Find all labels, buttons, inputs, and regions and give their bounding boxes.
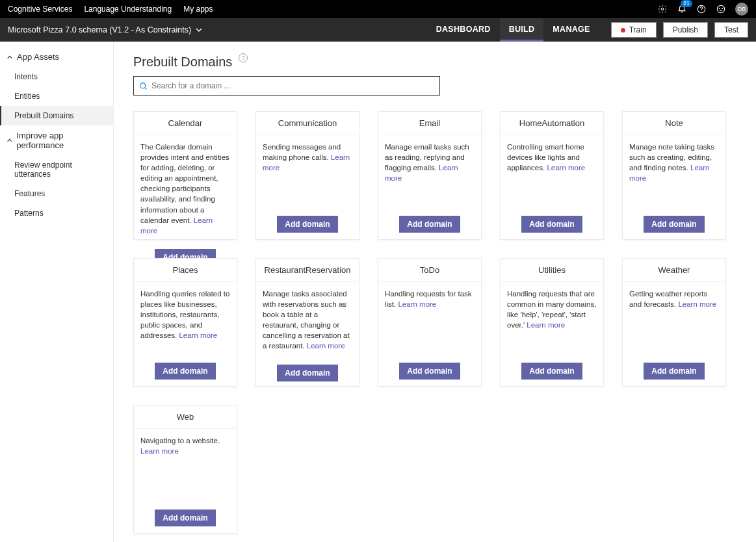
action-buttons: Train Publish Test: [611, 22, 748, 38]
domain-card-description: Handling requests for task list. Learn m…: [378, 282, 481, 356]
domain-card-title: Email: [378, 112, 481, 135]
sidebar-item-review-utterances[interactable]: Review endpoint utterances: [0, 155, 113, 184]
svg-point-0: [661, 8, 664, 10]
breadcrumb-link[interactable]: My apps: [183, 5, 213, 14]
feedback-icon[interactable]: [716, 4, 726, 14]
domain-card: HomeAutomationControlling smart home dev…: [500, 111, 604, 240]
domain-card: NoteManage note taking tasks such as cre…: [622, 111, 726, 240]
add-domain-button[interactable]: Add domain: [399, 363, 460, 380]
domain-card-description: Handling queries related to places like …: [134, 282, 237, 356]
domain-card-description: Manage note taking tasks such as creatin…: [623, 135, 725, 209]
add-domain-button[interactable]: Add domain: [521, 363, 582, 380]
search-input[interactable]: [151, 81, 434, 90]
avatar[interactable]: DB: [735, 3, 748, 16]
domain-grid: CalendarThe Calendar domain provides int…: [133, 111, 736, 534]
help-icon[interactable]: [696, 4, 707, 14]
add-domain-button[interactable]: Add domain: [155, 510, 215, 526]
breadcrumb-link[interactable]: Language Understanding: [84, 5, 172, 14]
svg-point-4: [722, 8, 723, 9]
tab-manage[interactable]: MANAGE: [543, 18, 599, 42]
domain-card-title: ToDo: [378, 259, 481, 282]
domain-card-title: RestaurantReservation: [256, 259, 359, 282]
learn-more-link[interactable]: Learn more: [547, 164, 585, 172]
bell-icon[interactable]: 21: [677, 4, 687, 14]
gear-icon[interactable]: [657, 4, 668, 14]
chevron-up-icon: [7, 137, 12, 144]
learn-more-link[interactable]: Learn more: [398, 300, 436, 308]
domain-card-title: Places: [134, 259, 237, 282]
breadcrumb-link[interactable]: Cognitive Services: [8, 5, 72, 14]
sidebar-header-improve[interactable]: Improve app performance: [0, 125, 113, 155]
domain-card: CommunicationSending messages and making…: [255, 111, 359, 240]
add-domain-button[interactable]: Add domain: [521, 216, 582, 233]
domain-card-title: Calendar: [134, 112, 237, 135]
tab-build[interactable]: BUILD: [500, 18, 544, 42]
domain-card-footer: Add domain: [134, 503, 237, 533]
subbar: Microsoft Pizza 7.0 schema (V1.2 - As Co…: [0, 18, 756, 42]
add-domain-button[interactable]: Add domain: [644, 363, 704, 380]
sidebar-item-entities[interactable]: Entities: [0, 86, 113, 106]
domain-card: WebNavigating to a website. Learn moreAd…: [133, 405, 237, 534]
domain-card-footer: Add domain: [256, 209, 359, 239]
search-icon: [139, 82, 148, 90]
sidebar-item-intents[interactable]: Intents: [0, 67, 113, 86]
status-dot-icon: [621, 28, 625, 32]
domain-card: UtilitiesHandling requests that are comm…: [500, 258, 604, 387]
learn-more-link[interactable]: Learn more: [385, 164, 458, 182]
chevron-up-icon: [7, 54, 13, 60]
page-title: Prebuilt Domains ?: [133, 55, 736, 70]
content: Prebuilt Domains ? CalendarThe Calendar …: [114, 42, 756, 542]
add-domain-button[interactable]: Add domain: [277, 216, 337, 233]
subbar-right: DASHBOARD BUILD MANAGE Train Publish Tes…: [427, 18, 748, 42]
domain-card-description: Navigating to a website. Learn more: [134, 429, 237, 503]
learn-more-link[interactable]: Learn more: [179, 331, 217, 339]
schema-dropdown[interactable]: Microsoft Pizza 7.0 schema (V1.2 - As Co…: [8, 25, 203, 34]
domain-card-description: The Calendar domain provides intent and …: [134, 135, 237, 242]
learn-more-link[interactable]: Learn more: [140, 447, 179, 455]
nav-tabs: DASHBOARD BUILD MANAGE: [427, 18, 599, 42]
sidebar: App Assets Intents Entities Prebuilt Dom…: [0, 42, 114, 542]
learn-more-link[interactable]: Learn more: [629, 164, 709, 182]
domain-card: RestaurantReservationManage tasks associ…: [255, 258, 359, 387]
domain-card: PlacesHandling queries related to places…: [133, 258, 237, 387]
learn-more-link[interactable]: Learn more: [527, 321, 565, 329]
domain-card-description: Getting weather reports and forecasts. L…: [623, 282, 725, 356]
svg-point-3: [719, 8, 720, 9]
domain-card-footer: Add domain: [501, 356, 603, 386]
domain-card-description: Manage tasks associated with reservation…: [256, 282, 359, 358]
help-tooltip-icon[interactable]: ?: [239, 53, 248, 62]
topbar-actions: 21 DB: [657, 3, 748, 16]
test-button[interactable]: Test: [714, 22, 748, 38]
domain-card: EmailManage email tasks such as reading,…: [378, 111, 482, 240]
domain-card-title: Note: [623, 112, 725, 135]
domain-card-description: Manage email tasks such as reading, repl…: [378, 135, 481, 209]
learn-more-link[interactable]: Learn more: [263, 153, 350, 172]
domain-card-title: Weather: [623, 259, 725, 282]
publish-button[interactable]: Publish: [663, 22, 708, 38]
domain-card-description: Handling requests that are common in man…: [501, 282, 603, 356]
tab-dashboard[interactable]: DASHBOARD: [427, 18, 500, 42]
add-domain-button[interactable]: Add domain: [399, 216, 460, 233]
sidebar-item-prebuilt-domains[interactable]: Prebuilt Domains: [0, 106, 113, 125]
add-domain-button[interactable]: Add domain: [277, 365, 337, 381]
domain-card-description: Sending messages and making phone calls.…: [256, 135, 359, 209]
sidebar-header-app-assets[interactable]: App Assets: [0, 47, 113, 67]
main: App Assets Intents Entities Prebuilt Dom…: [0, 42, 756, 542]
domain-card: ToDoHandling requests for task list. Lea…: [378, 258, 482, 387]
notification-count: 21: [681, 0, 692, 7]
domain-card: CalendarThe Calendar domain provides int…: [133, 111, 237, 240]
sidebar-item-features[interactable]: Features: [0, 184, 113, 203]
learn-more-link[interactable]: Learn more: [307, 342, 345, 350]
add-domain-button[interactable]: Add domain: [644, 216, 704, 233]
domain-card-title: Web: [134, 406, 237, 429]
learn-more-link[interactable]: Learn more: [140, 216, 213, 235]
train-button[interactable]: Train: [611, 22, 657, 38]
sidebar-item-patterns[interactable]: Patterns: [0, 203, 113, 223]
domain-card-footer: Add domain: [623, 209, 725, 239]
breadcrumb: Cognitive Services Language Understandin…: [8, 5, 213, 14]
topbar: Cognitive Services Language Understandin…: [0, 0, 756, 18]
search-box[interactable]: [133, 76, 440, 96]
learn-more-link[interactable]: Learn more: [678, 300, 716, 308]
add-domain-button[interactable]: Add domain: [155, 363, 215, 380]
domain-card-title: HomeAutomation: [501, 112, 603, 135]
